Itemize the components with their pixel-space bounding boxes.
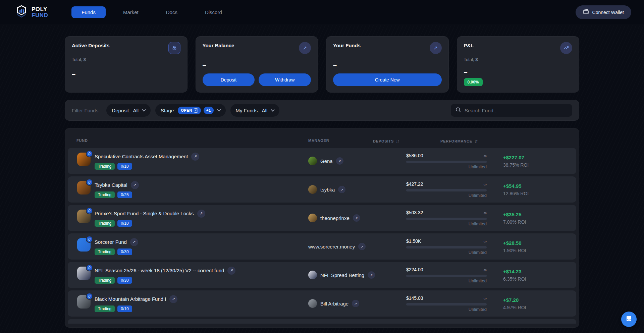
arrow-up-right-icon[interactable]: ↗ (430, 42, 442, 54)
manager-external-link-icon[interactable]: ↗ (368, 271, 375, 279)
performance-cell: +$14.23 6.35% ROI (487, 269, 576, 282)
my-funds-filter-value: All (262, 108, 268, 113)
card-subtitle: Total, $ (72, 57, 180, 62)
fund-external-link-icon[interactable]: ↗ (169, 295, 177, 303)
stage-filter-dropdown[interactable]: Stage: OPEN × +1 (155, 104, 225, 117)
manager-avatar (308, 214, 317, 222)
performance-cell: +$35.25 7.00% ROI (487, 212, 576, 225)
table-row[interactable]: () Tsybka Capital ↗ Trading 0/25 tsybka … (68, 176, 576, 203)
table-header: FUND MANAGER DEPOSITS ↓↑ PERFORMANCE ↓↑ (68, 138, 576, 148)
lock-icon[interactable] (168, 42, 180, 54)
manager-name: www.sorcerer.money (308, 244, 355, 249)
card-title: Your Funds (333, 43, 361, 48)
manager-avatar (308, 299, 317, 308)
connect-wallet-button[interactable]: Connect Wallet (576, 5, 631, 19)
deposit-progress-bar (406, 161, 487, 163)
fund-external-link-icon[interactable]: ↗ (130, 238, 138, 246)
sort-icon[interactable]: ↓↑ (396, 138, 399, 144)
stage-chip-more[interactable]: +1 (204, 107, 214, 114)
nav-item-docs[interactable]: Docs (156, 6, 187, 18)
infinity-icon: ∞ (484, 153, 487, 158)
close-icon[interactable]: × (194, 108, 198, 113)
fund-cell: () Sorcerer Fund ↗ Trading 0/30 (77, 238, 308, 255)
manager-cell: www.sorcerer.money ↗ (308, 243, 406, 250)
deposit-limit-note: Unlimited (406, 164, 487, 169)
pl-percent-badge: 0.00% (464, 78, 483, 86)
manager-external-link-icon[interactable]: ↗ (338, 186, 345, 193)
table-row-partial[interactable] (68, 319, 576, 324)
performance-roi: 4.97% ROI (503, 305, 576, 310)
card-title: Your Balance (203, 43, 234, 48)
chat-launcher-button[interactable] (621, 312, 637, 327)
arrow-up-right-icon[interactable]: ↗ (299, 42, 311, 54)
fund-cell: () Prinxe's Sport Fund - Single & Double… (77, 210, 308, 227)
fund-status-badge: Trading (95, 220, 115, 227)
deposits-cell: $145.03 ∞ Unlimited (406, 295, 487, 312)
fund-external-link-icon[interactable]: ↗ (131, 181, 139, 189)
nav-item-discord[interactable]: Discord (195, 6, 232, 18)
table-row[interactable]: () Speculative Contracts Asset Managemen… (68, 148, 576, 174)
brand-name: POLY FUND (32, 6, 48, 18)
fund-name: Tsybka Capital (95, 182, 127, 188)
performance-roi: 12.86% ROI (503, 191, 576, 196)
deposit-amount: $1.50K (406, 238, 421, 244)
manager-name: theoneprinxe (320, 215, 350, 221)
nav-item-market[interactable]: Market (113, 6, 149, 18)
column-header-fund: FUND (76, 138, 88, 143)
table-row[interactable]: () Sorcerer Fund ↗ Trading 0/30 www.sorc… (68, 233, 576, 260)
deposit-amount: $145.03 (406, 295, 423, 301)
fund-status-badge: Trading (95, 306, 115, 312)
deposit-filter-dropdown[interactable]: Deposit: All (106, 104, 151, 117)
table-row[interactable]: () NFL Season 25/26 - week 18 (12/30/25)… (68, 262, 576, 288)
fund-slots-badge: 0/25 (117, 191, 132, 198)
card-title: P&L (464, 43, 474, 48)
table-row[interactable]: () Black Mountain Arbitrage Fund I ↗ Tra… (68, 290, 576, 317)
manager-external-link-icon[interactable]: ↗ (352, 300, 359, 307)
fund-external-link-icon[interactable]: ↗ (197, 210, 205, 218)
performance-pnl: +$14.23 (503, 269, 576, 274)
table-row[interactable]: () Prinxe's Sport Fund - Single & Double… (68, 205, 576, 231)
deposits-cell: $1.50K ∞ Unlimited (406, 238, 487, 255)
performance-header-label: PERFORMANCE (440, 139, 472, 143)
manager-external-link-icon[interactable]: ↗ (353, 214, 360, 222)
manager-external-link-icon[interactable]: ↗ (336, 157, 343, 165)
my-funds-filter-dropdown[interactable]: My Funds: All (230, 104, 280, 117)
brand-logo[interactable]: POLY FUND (15, 5, 48, 20)
stage-chip-open[interactable]: OPEN × (178, 107, 201, 114)
fund-external-link-icon[interactable]: ↗ (227, 267, 235, 275)
performance-pnl: +$227.07 (503, 155, 576, 160)
manager-cell: tsybka ↗ (308, 185, 406, 194)
fund-status-badge: Trading (95, 163, 115, 170)
manager-external-link-icon[interactable]: ↗ (358, 243, 366, 250)
deposit-progress-bar (406, 246, 487, 248)
performance-roi: 7.00% ROI (503, 219, 576, 225)
deposit-button[interactable]: Deposit (203, 73, 255, 86)
poly-badge-icon: () (86, 207, 93, 214)
deposit-filter-label: Deposit: (112, 108, 130, 113)
column-header-deposits[interactable]: DEPOSITS ↓↑ (373, 138, 399, 144)
deposit-limit-note: Unlimited (406, 221, 487, 226)
your-balance-card: Your Balance ↗ – Deposit Withdraw (196, 36, 318, 93)
deposit-progress-bar (406, 275, 487, 277)
fund-external-link-icon[interactable]: ↗ (191, 153, 199, 161)
fund-cell: () Black Mountain Arbitrage Fund I ↗ Tra… (77, 295, 308, 312)
polyfund-logo-icon (15, 5, 28, 20)
column-header-manager: MANAGER (308, 138, 329, 143)
performance-pnl: +$28.50 (503, 240, 576, 246)
withdraw-button[interactable]: Withdraw (259, 73, 311, 86)
column-header-performance[interactable]: PERFORMANCE ↓↑ (440, 138, 477, 144)
pl-card: P&L Total, $ – 0.00% (457, 36, 580, 93)
nav-item-funds[interactable]: Funds (71, 6, 106, 18)
filter-bar: Filter Funds: Deposit: All Stage: OPEN ×… (65, 100, 579, 121)
sort-icon-active[interactable]: ↓↑ (474, 138, 477, 144)
manager-name: Bill Arbitrage (320, 301, 348, 307)
search-input[interactable] (465, 108, 568, 113)
fund-avatar: () (77, 210, 91, 223)
create-new-button[interactable]: Create New (333, 73, 442, 86)
fund-status-badge: Trading (95, 277, 115, 284)
deposit-limit-note: Unlimited (406, 307, 487, 312)
chart-icon[interactable] (560, 42, 572, 54)
deposit-limit-note: Unlimited (406, 193, 487, 198)
deposit-amount: $586.00 (406, 153, 423, 158)
fund-slots-badge: 0/10 (117, 163, 132, 170)
